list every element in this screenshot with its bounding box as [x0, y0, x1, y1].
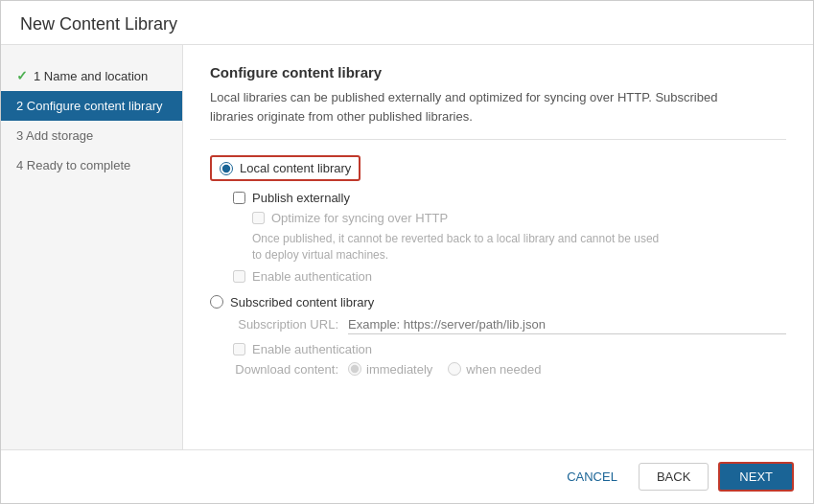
- section-desc-line2: libraries originate from other published…: [210, 109, 473, 124]
- download-options: immediately when needed: [348, 362, 541, 377]
- sidebar-step1-label: 1 Name and location: [34, 69, 148, 83]
- sidebar-step2-label: 2 Configure content library: [16, 99, 162, 113]
- enable-auth-sub-checkbox: [233, 343, 245, 355]
- optimize-http-option: Optimize for syncing over HTTP: [252, 211, 786, 225]
- immediately-option[interactable]: immediately: [348, 362, 432, 377]
- optimize-http-label: Optimize for syncing over HTTP: [271, 211, 448, 225]
- main-content-area: Configure content library Local librarie…: [183, 45, 813, 449]
- options-area: Local content library Publish externally…: [210, 155, 786, 377]
- dialog-title: New Content Library: [1, 1, 813, 45]
- publish-externally-label[interactable]: Publish externally: [252, 191, 350, 205]
- enable-auth-local-checkbox: [233, 270, 245, 283]
- back-button[interactable]: BACK: [639, 463, 709, 491]
- optimize-desc-line1: Once published, it cannot be reverted ba…: [252, 232, 659, 245]
- sidebar-item-step2[interactable]: 2 Configure content library: [1, 91, 182, 121]
- dialog-footer: CANCEL BACK NEXT: [1, 449, 813, 503]
- subscription-url-input[interactable]: [348, 315, 786, 334]
- download-content-label: Download content:: [233, 362, 338, 377]
- sidebar-item-step4[interactable]: 4 Ready to complete: [1, 150, 182, 180]
- section-title: Configure content library: [210, 64, 786, 80]
- local-library-option[interactable]: Local content library: [210, 155, 360, 181]
- subscription-url-label: Subscription URL:: [233, 317, 338, 332]
- dialog-body: ✓ 1 Name and location 2 Configure conten…: [1, 45, 813, 449]
- immediately-label: immediately: [366, 362, 432, 377]
- when-needed-radio: [448, 362, 461, 376]
- next-button[interactable]: NEXT: [718, 462, 794, 492]
- subscribed-library-radio[interactable]: [210, 295, 223, 309]
- immediately-radio: [348, 362, 361, 376]
- publish-externally-option: Publish externally: [233, 191, 786, 205]
- checkmark-icon: ✓: [16, 68, 28, 83]
- section-desc-line1: Local libraries can be published externa…: [210, 90, 717, 104]
- sidebar-item-step3[interactable]: 3 Add storage: [1, 121, 182, 150]
- sidebar-step4-label: 4 Ready to complete: [16, 158, 130, 172]
- new-content-library-dialog: New Content Library ✓ 1 Name and locatio…: [0, 0, 814, 504]
- download-content-row: Download content: immediately when neede…: [233, 362, 786, 377]
- when-needed-label: when needed: [466, 362, 541, 377]
- optimize-http-checkbox: [252, 212, 265, 224]
- enable-auth-local-option: Enable authentication: [233, 269, 786, 284]
- sidebar-item-step1[interactable]: ✓ 1 Name and location: [1, 60, 182, 91]
- enable-auth-local-label: Enable authentication: [252, 269, 372, 284]
- when-needed-option[interactable]: when needed: [448, 362, 541, 377]
- subscribed-library-section: Subscribed content library Subscription …: [210, 295, 786, 377]
- optimize-desc: Once published, it cannot be reverted ba…: [252, 231, 786, 263]
- section-description: Local libraries can be published externa…: [210, 88, 786, 140]
- optimize-desc-line2: to deploy virtual machines.: [252, 248, 388, 262]
- publish-externally-checkbox[interactable]: [233, 192, 245, 204]
- enable-auth-sub-option: Enable authentication: [233, 342, 786, 356]
- sidebar-step3-label: 3 Add storage: [16, 128, 93, 143]
- local-library-radio[interactable]: [220, 162, 233, 175]
- cancel-button[interactable]: CANCEL: [555, 464, 629, 490]
- subscribed-library-option[interactable]: Subscribed content library: [210, 295, 786, 309]
- sidebar: ✓ 1 Name and location 2 Configure conten…: [1, 45, 183, 449]
- subscribed-library-label[interactable]: Subscribed content library: [230, 295, 374, 309]
- subscription-url-row: Subscription URL:: [233, 315, 786, 334]
- enable-auth-sub-label: Enable authentication: [252, 342, 372, 356]
- local-library-label[interactable]: Local content library: [240, 161, 351, 175]
